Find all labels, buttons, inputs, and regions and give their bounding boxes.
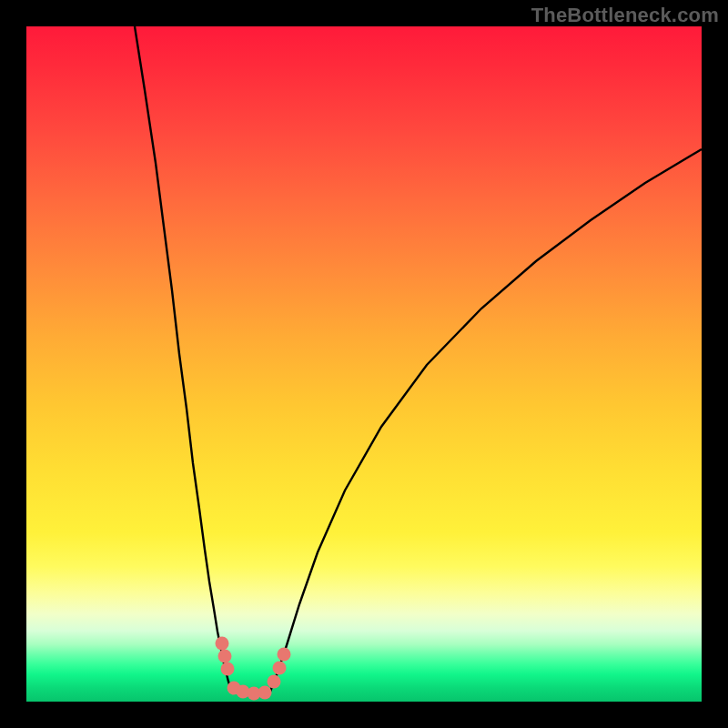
watermark-text: TheBottleneck.com — [531, 4, 719, 27]
bottleneck-curve — [26, 26, 702, 702]
plot-area — [26, 26, 702, 702]
marker-dot — [218, 650, 232, 663]
marker-dot — [258, 686, 272, 700]
marker-dot — [216, 637, 229, 651]
marker-group — [216, 637, 291, 701]
marker-dot — [273, 662, 287, 675]
curve-path — [135, 26, 702, 693]
marker-dot — [221, 662, 235, 676]
marker-dot — [278, 648, 291, 662]
marker-dot — [268, 675, 281, 689]
